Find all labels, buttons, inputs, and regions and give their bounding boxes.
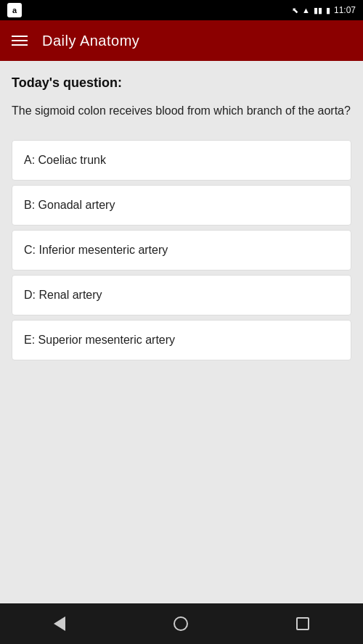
back-icon (54, 616, 65, 631)
nav-bar: Daily Anatomy (0, 20, 363, 61)
bottom-nav (0, 603, 363, 644)
status-bar: a ⬉ ▲ ▮▮ ▮ 11:07 (0, 0, 363, 20)
hamburger-menu-button[interactable] (12, 36, 28, 46)
amazon-icon: a (7, 3, 22, 17)
signal-icon: ▮▮ (314, 6, 322, 15)
answer-option-a[interactable]: A: Coeliac trunk (12, 140, 351, 181)
app-title: Daily Anatomy (42, 33, 139, 49)
recents-icon (296, 617, 309, 630)
question-text: The sigmoid colon receives blood from wh… (12, 102, 351, 120)
hamburger-line-2 (12, 40, 28, 41)
answer-option-e[interactable]: E: Superior mesenteric artery (12, 320, 351, 360)
hamburger-line-3 (12, 44, 28, 46)
home-button[interactable] (168, 611, 194, 637)
wifi-icon: ▲ (302, 6, 310, 15)
status-time: 11:07 (334, 5, 356, 15)
status-bar-right: ⬉ ▲ ▮▮ ▮ 11:07 (292, 5, 356, 15)
answer-option-d[interactable]: D: Renal artery (12, 275, 351, 315)
home-icon (174, 616, 188, 631)
main-content: Today's question: The sigmoid colon rece… (0, 61, 363, 603)
recents-button[interactable] (290, 611, 315, 636)
battery-icon: ▮ (326, 6, 330, 15)
question-label: Today's question: (12, 75, 351, 91)
status-bar-left: a (7, 3, 22, 17)
answer-option-b[interactable]: B: Gonadal artery (12, 185, 351, 226)
answers-container: A: Coeliac trunk B: Gonadal artery C: In… (12, 140, 351, 360)
back-button[interactable] (48, 611, 71, 637)
bluetooth-icon: ⬉ (292, 6, 298, 15)
answer-option-c[interactable]: C: Inferior mesenteric artery (12, 230, 351, 271)
hamburger-line-1 (12, 36, 28, 37)
